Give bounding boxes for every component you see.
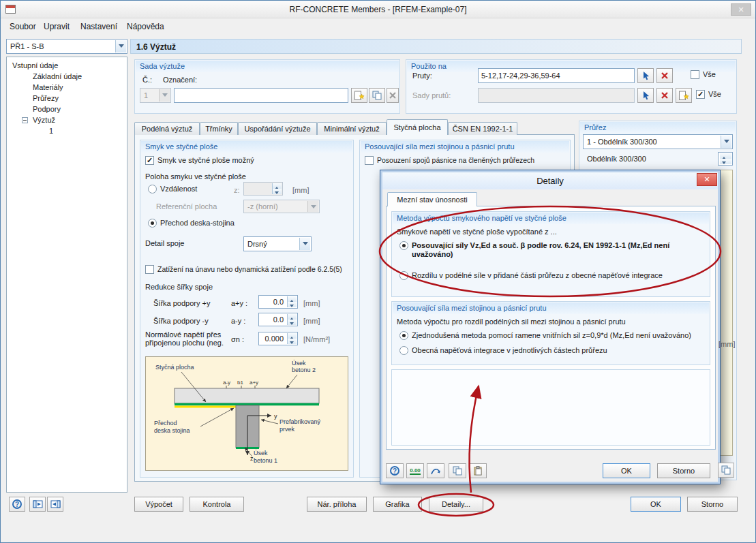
pruty-label: Pruty: (412, 72, 432, 80)
menu-upravit[interactable]: Upravit (40, 21, 73, 32)
case-selector[interactable]: PŘ1 - S-B (6, 39, 127, 54)
sada-no-value: 1 (144, 91, 148, 99)
tree-item-podpory[interactable]: Podpory (33, 105, 61, 113)
kontrola-button[interactable]: Kontrola (190, 497, 244, 512)
toggle-panel-button-2[interactable] (47, 497, 63, 512)
new-set-button[interactable] (351, 88, 367, 103)
tab-trminky[interactable]: Třmínky (200, 122, 238, 135)
spinner-buttons[interactable] (287, 333, 297, 344)
group-sada-vyztuze: Sada výztuže (134, 59, 400, 114)
select-cursor-icon (641, 91, 650, 100)
collapse-icon[interactable] (22, 117, 28, 123)
dialog-ok-button[interactable]: OK (603, 463, 650, 478)
menu-soubor[interactable]: Soubor (6, 21, 40, 32)
z-label: z: (234, 186, 240, 194)
posouzeni-spoju-label: Posouzení spojů pásnice na členěných prů… (377, 156, 534, 164)
a-minus-value: 0.0 (273, 315, 284, 324)
tree-item-vyztuz-1[interactable]: 1 (49, 127, 53, 135)
svg-text:prvek: prvek (279, 426, 295, 433)
check-icon: ✓ (147, 156, 153, 164)
dialog-radio-zjednodusena[interactable]: Zjednodušená metoda pomocí ramene vnitřn… (399, 331, 699, 340)
decimal-icon: 0.00 (410, 467, 421, 475)
ok-button[interactable]: OK (631, 497, 681, 512)
dialog-radio-posouvajici-sily[interactable]: Posouvající síly Vz,Ed a souč. β podle r… (399, 241, 699, 259)
prurez-combo[interactable]: 1 - Obdélník 300/300 (583, 134, 733, 149)
pruty-input[interactable]: 5-12,17-24,29-36,59-64 (478, 68, 635, 83)
grafika-button[interactable]: Grafika (373, 497, 422, 512)
tree-item-prurezy[interactable]: Průřezy (33, 94, 59, 102)
chevron-down-icon[interactable] (299, 238, 310, 250)
toggle-panel-button-1[interactable] (29, 497, 46, 512)
new-sady-button[interactable] (676, 88, 692, 103)
smyk-mozny-checkbox[interactable]: ✓ Smyk ve styčné ploše možný (145, 156, 254, 165)
window-title: RF-CONCRETE Members - [RFEM-Example-07] (1, 5, 755, 14)
sada-no-label: Č.: (142, 76, 152, 84)
sada-no-combo[interactable]: 1 (140, 88, 171, 103)
sady-vse-checkbox[interactable]: ✓ Vše (696, 90, 721, 99)
tab-csn-en[interactable]: ČSN EN 1992-1-1 (448, 122, 517, 135)
pruty-value: 5-12,17-24,29-36,59-64 (481, 72, 560, 80)
detaily-button[interactable]: Detaily... (429, 497, 483, 512)
sady-delete-button[interactable] (656, 88, 673, 103)
connection-diagram: y z a-y b1 a+y Styčná plocha Úsek betonu… (145, 356, 348, 471)
spinner-buttons[interactable] (287, 314, 297, 325)
help-button[interactable]: ? (9, 497, 25, 512)
spinner-buttons[interactable] (287, 296, 297, 307)
detail-spoje-combo[interactable]: Drsný (243, 236, 312, 251)
dialog-close-button[interactable]: ✕ (697, 173, 717, 186)
dialog-radio-obecna[interactable]: Obecná napěťová integrace v jednotlivých… (399, 346, 699, 355)
a-plus-spinner[interactable]: 0.0 (258, 295, 298, 309)
clipboard-icon (473, 466, 483, 476)
posouzeni-spoju-checkbox[interactable]: Posouzení spojů pásnice na členěných prů… (365, 156, 566, 165)
delete-set-button[interactable] (387, 88, 399, 103)
paste-params-button[interactable] (469, 463, 487, 478)
copy-params-button[interactable] (449, 463, 466, 478)
decimal-places-button[interactable]: 0.00 (406, 463, 424, 478)
tab-usporadani-vyztuze[interactable]: Uspořádání výztuže (238, 122, 317, 135)
chevron-down-icon[interactable] (159, 89, 170, 102)
tree-item-zakladni-udaje[interactable]: Základní údaje (33, 72, 82, 80)
units-button[interactable] (427, 463, 444, 478)
z-spinner (243, 182, 283, 196)
panel-arrow-icon (50, 500, 61, 508)
dialog-storno-button[interactable]: Storno (657, 463, 710, 478)
redukce-label: Redukce šířky spoje (145, 283, 213, 291)
pruty-delete-button[interactable] (656, 68, 673, 83)
svg-text:a-y: a-y (223, 379, 230, 386)
a-minus-spinner[interactable]: 0.0 (258, 313, 298, 326)
pruty-vse-checkbox[interactable]: Vše (691, 70, 716, 79)
vypocet-button[interactable]: Výpočet (134, 497, 183, 512)
tree-root-vstupni-udaje[interactable]: Vstupní údaje (12, 61, 58, 69)
chevron-down-icon[interactable] (721, 136, 731, 148)
dialog-tab-mezni-stav[interactable]: Mezní stav únosnosti (387, 192, 477, 206)
sada-desc-input[interactable] (174, 88, 348, 103)
menu-napoveda[interactable]: Nápověda (123, 21, 168, 32)
sady-pick-button[interactable] (637, 88, 654, 103)
copy-section-button[interactable] (718, 463, 734, 478)
narodni-priloha-button[interactable]: Nár. příloha (307, 497, 367, 512)
tree-item-materialy[interactable]: Materiály (33, 83, 63, 91)
poloha-label: Poloha smyku ve styčné ploše (145, 172, 246, 181)
dialog-help-button[interactable]: ? (386, 463, 404, 478)
copy-set-button[interactable] (369, 88, 385, 103)
spinner-buttons[interactable] (718, 153, 731, 164)
tab-minimalni-vyztuz[interactable]: Minimální výztuž (317, 122, 387, 135)
tab-stycna-plocha[interactable]: Styčná plocha (387, 119, 448, 135)
unava-label: Zatížení na únavu nebo dynamická zatížen… (157, 265, 342, 273)
section-stepper[interactable] (718, 152, 733, 166)
sigma-spinner[interactable]: 0.000 (258, 332, 298, 345)
tree-item-vyztuz[interactable]: Výztuž (33, 116, 55, 124)
radio-prechod-deska-stojina[interactable]: Přechod deska-stojina (148, 219, 235, 228)
storno-button[interactable]: Storno (687, 497, 738, 512)
tab-podelna-vyztuz[interactable]: Podélná výztuž (134, 122, 200, 135)
chevron-down-icon[interactable] (115, 40, 126, 52)
svg-text:Prefabrikovaný: Prefabrikovaný (279, 418, 321, 425)
dialog-radio-rozdil-sil[interactable]: Rozdílu v podélné síle v přidané části p… (399, 271, 699, 280)
menu-nastaveni[interactable]: Nastavení (77, 21, 121, 32)
pruty-pick-button[interactable] (637, 68, 654, 83)
checkbox-icon (365, 156, 374, 165)
group-posouvajici-title: Posouvající síla mezi stojinou a pásnicí… (361, 141, 569, 153)
unava-checkbox[interactable]: Zatížení na únavu nebo dynamická zatížen… (145, 265, 350, 274)
radio-vzdalenost[interactable]: Vzdálenost (148, 185, 197, 193)
window-close-button[interactable]: ✕ (731, 3, 751, 16)
